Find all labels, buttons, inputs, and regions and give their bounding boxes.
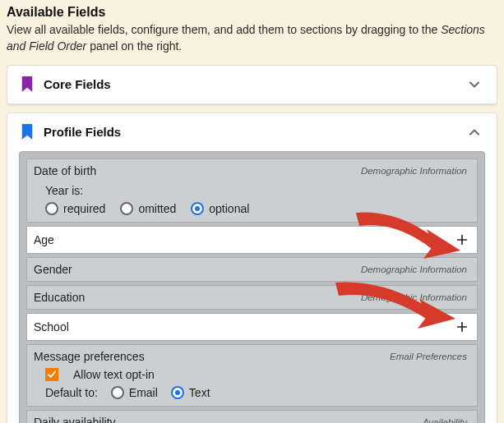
dob-year-radio-group: required omitted optional	[45, 202, 469, 215]
field-dob-subtitle: Year is:	[45, 184, 469, 197]
field-label: Education	[34, 291, 361, 304]
checkbox-icon	[45, 368, 58, 381]
subtitle-part2: panel on the right.	[86, 39, 182, 53]
bookmark-icon	[21, 76, 34, 93]
default-to-row: Default to: Email Text	[45, 386, 469, 399]
field-age[interactable]: Age	[26, 226, 478, 254]
allow-text-optin-row[interactable]: Allow text opt-in	[45, 368, 469, 381]
chevron-down-icon	[465, 76, 483, 94]
bookmark-icon	[21, 124, 34, 140]
default-option-email[interactable]: Email	[111, 386, 158, 399]
panel-profile-fields: Profile Fields Date of birth Demographic…	[7, 113, 497, 423]
default-option-text[interactable]: Text	[171, 386, 210, 399]
field-label: Date of birth	[34, 164, 361, 177]
field-daily-availability[interactable]: Daily availability Availability	[26, 410, 478, 423]
field-education[interactable]: Education Demographic Information	[26, 285, 478, 310]
default-to-label: Default to:	[45, 386, 98, 399]
field-label: Daily availability	[34, 416, 423, 423]
page-root: Available Fields View all available fiel…	[0, 0, 504, 423]
field-category-tag: Demographic Information	[361, 264, 470, 274]
dob-option-required[interactable]: required	[45, 202, 105, 215]
field-label: Gender	[34, 263, 361, 276]
radio-label: Text	[189, 386, 210, 399]
panel-profile-body: Date of birth Demographic Information Ye…	[7, 151, 497, 423]
add-field-button[interactable]	[454, 319, 470, 335]
radio-icon	[111, 386, 124, 399]
field-gender[interactable]: Gender Demographic Information	[26, 257, 478, 282]
fields-container: Date of birth Demographic Information Ye…	[19, 151, 485, 423]
radio-label: Email	[129, 386, 158, 399]
page-subtitle: View all available fields, configure the…	[7, 21, 497, 55]
field-category-tag: Email Preferences	[390, 352, 470, 361]
field-label: Message preferences	[34, 350, 390, 363]
field-category-tag: Demographic Information	[361, 166, 470, 176]
radio-label: omitted	[138, 202, 176, 215]
radio-icon	[191, 202, 204, 215]
page-title: Available Fields	[7, 5, 497, 20]
field-msgprefs-body: Allow text opt-in Default to: Email Text	[27, 368, 477, 406]
subtitle-part1: View all available fields, configure the…	[7, 23, 441, 36]
panel-core-title: Core Fields	[44, 77, 465, 91]
radio-icon	[171, 386, 184, 399]
field-label: School	[34, 320, 454, 333]
field-category-tag: Demographic Information	[361, 292, 470, 302]
panel-profile-header[interactable]: Profile Fields	[7, 113, 497, 151]
field-category-tag: Availability	[423, 417, 470, 423]
panel-core-fields: Core Fields	[7, 65, 497, 104]
field-message-preferences[interactable]: Message preferences Email Preferences Al…	[26, 344, 478, 407]
field-label: Age	[34, 233, 454, 246]
field-date-of-birth[interactable]: Date of birth Demographic Information Ye…	[26, 159, 478, 223]
field-school[interactable]: School	[26, 313, 478, 341]
radio-icon	[45, 202, 58, 215]
radio-label: required	[63, 202, 105, 215]
checkbox-label: Allow text opt-in	[73, 368, 155, 381]
dob-option-optional[interactable]: optional	[191, 202, 249, 215]
chevron-up-icon	[465, 123, 483, 141]
field-dob-body: Year is: required omitted	[27, 184, 477, 222]
radio-icon	[120, 202, 133, 215]
dob-option-omitted[interactable]: omitted	[120, 202, 176, 215]
panel-core-header[interactable]: Core Fields	[7, 66, 497, 103]
add-field-button[interactable]	[454, 232, 470, 248]
panel-profile-title: Profile Fields	[44, 125, 465, 139]
radio-label: optional	[209, 202, 249, 215]
